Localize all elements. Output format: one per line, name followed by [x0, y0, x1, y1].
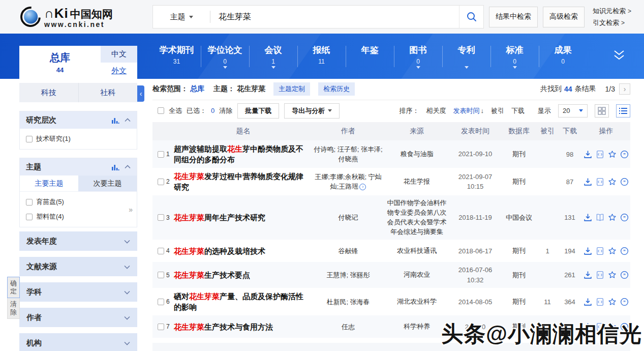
chevron-up-icon[interactable] — [125, 165, 131, 169]
cite-icon[interactable]: ” — [620, 213, 629, 222]
citation-search-link[interactable]: 引文检索> — [593, 18, 631, 27]
html-reader-icon[interactable] — [596, 247, 604, 255]
nav-expand-chevrons-icon[interactable] — [611, 49, 627, 64]
nav-tab-8[interactable]: 成果0 — [539, 42, 587, 71]
html-reader-icon[interactable] — [596, 178, 604, 186]
tab-social-science[interactable]: 社科 — [78, 83, 138, 102]
bar-chart-icon[interactable] — [112, 164, 119, 170]
result-source[interactable]: 粮食与油脂 — [384, 150, 450, 159]
download-icon[interactable] — [584, 298, 592, 306]
sidebar-section-3[interactable]: 作者 — [19, 308, 137, 327]
search-button[interactable] — [459, 6, 483, 28]
row-checkbox[interactable] — [158, 151, 164, 158]
search-history-chip[interactable]: 检索历史 — [318, 82, 355, 96]
sidebar-section-2[interactable]: 学科 — [19, 282, 137, 302]
export-analyze-button[interactable]: 导出与分析 — [284, 103, 340, 119]
scope-value-link[interactable]: 总库 — [190, 84, 204, 94]
nav-tab-3[interactable]: 报纸11 — [297, 42, 346, 71]
html-reader-icon[interactable] — [596, 150, 604, 159]
confirm-button[interactable]: 确定 — [7, 277, 20, 298]
sidebar-section-1[interactable]: 文献来源 — [19, 257, 137, 276]
book-reader-icon[interactable] — [596, 213, 604, 222]
result-title-link[interactable]: 花生芽菜发芽过程中营养物质变化规律研究 — [174, 171, 313, 192]
result-authors[interactable]: 付晓记 — [313, 213, 384, 223]
cite-icon[interactable]: ” — [620, 271, 629, 279]
nav-tab-1[interactable]: 学位论文0 — [201, 42, 249, 71]
favorite-star-icon[interactable] — [608, 271, 617, 279]
html-reader-icon[interactable] — [596, 298, 604, 306]
result-title-link[interactable]: 超声波辅助提取花生芽中酚类物质及不同组分的多酚分布 — [174, 143, 313, 165]
favorite-star-icon[interactable] — [608, 298, 617, 306]
cite-icon[interactable]: ” — [620, 247, 629, 255]
result-authors[interactable]: 付诗鸣; 汪子郁; 张丰泽; 付晓燕 — [313, 144, 384, 164]
result-authors[interactable]: 王慧博; 张丽彤 — [313, 270, 384, 280]
topic-customize-chip[interactable]: 主题定制 — [273, 82, 310, 96]
bar-chart-icon[interactable] — [112, 117, 119, 124]
clear-button[interactable]: 清除 — [7, 298, 20, 319]
result-authors[interactable]: 谷献锋 — [313, 246, 384, 256]
nav-tab-6[interactable]: 专利 — [442, 42, 490, 71]
result-source[interactable]: 农业科技通讯 — [384, 246, 450, 256]
row-checkbox[interactable] — [158, 248, 164, 254]
sidebar-section-0[interactable]: 发表年度 — [19, 231, 137, 251]
expand-authors-icon[interactable] — [359, 184, 366, 190]
download-icon[interactable] — [584, 150, 592, 159]
favorite-star-icon[interactable] — [608, 213, 617, 222]
sort-option-1[interactable]: 发表时间 — [453, 106, 484, 115]
download-icon[interactable] — [584, 178, 592, 186]
chinese-tab[interactable]: 中文 — [101, 46, 137, 63]
result-source[interactable]: 花生学报 — [384, 177, 450, 187]
chevron-up-icon[interactable] — [125, 118, 131, 122]
total-library-tab[interactable]: 总库 44 — [19, 46, 101, 79]
filter-item-plastic-basket[interactable]: 塑料筐(4) — [26, 212, 131, 221]
download-icon[interactable] — [584, 247, 592, 255]
filter-checkbox[interactable] — [26, 199, 33, 206]
result-title-link[interactable]: 硒对花生芽菜产量、品质及保护酶活性的影响 — [174, 291, 313, 312]
grid-view-button[interactable] — [595, 104, 609, 118]
sort-option-0[interactable]: 相关度 — [426, 106, 446, 115]
tab-science-tech[interactable]: 科技 — [19, 83, 78, 102]
favorite-star-icon[interactable] — [608, 247, 617, 255]
next-page-button[interactable] — [619, 83, 630, 95]
clear-selection-button[interactable]: 清除 — [219, 106, 232, 115]
tab-secondary-topic[interactable]: 次要主题 — [78, 175, 137, 191]
filter-checkbox[interactable] — [26, 136, 33, 142]
result-source[interactable]: 河南农业 — [384, 270, 450, 280]
search-field-dropdown[interactable]: 主题 — [153, 12, 210, 22]
result-source[interactable]: 科学种养 — [384, 322, 450, 332]
batch-download-button[interactable]: 批量下载 — [237, 103, 279, 119]
result-source[interactable]: 湖北农业科学 — [384, 297, 450, 307]
result-title-link[interactable]: 花生芽菜生产技术与食用方法 — [174, 321, 313, 332]
result-title-link[interactable]: 花生芽菜周年生产技术研究 — [174, 212, 313, 223]
html-reader-icon[interactable] — [596, 271, 604, 279]
cnki-logo[interactable]: ∩Ki 中国知网 www.cnki.net — [0, 6, 133, 28]
knowledge-element-search-link[interactable]: 知识元检索> — [593, 7, 631, 16]
foreign-tab[interactable]: 外文 — [101, 63, 137, 79]
sort-option-2[interactable]: 被引 — [491, 106, 504, 115]
search-in-results-button[interactable]: 结果中检索 — [489, 7, 538, 27]
nav-tab-5[interactable]: 图书0 — [394, 42, 442, 71]
advanced-search-button[interactable]: 高级检索 — [543, 7, 585, 27]
list-view-button[interactable] — [616, 104, 630, 118]
row-checkbox[interactable] — [158, 214, 164, 221]
nav-tab-0[interactable]: 学术期刊31 — [152, 42, 201, 71]
result-source[interactable]: 中国作物学会油料作物专业委员会第八次会员代表大会暨学术年会综述与摘要集 — [384, 198, 450, 237]
download-icon[interactable] — [584, 271, 592, 279]
section-header[interactable]: 研究层次 — [20, 111, 137, 129]
download-icon[interactable] — [584, 213, 592, 222]
search-input[interactable] — [210, 12, 459, 21]
select-all-checkbox[interactable] — [158, 107, 164, 114]
cite-icon[interactable]: ” — [620, 150, 629, 159]
nav-tab-7[interactable]: 标准0 — [490, 42, 539, 71]
page-size-select[interactable]: 20 — [558, 104, 588, 118]
sidebar-section-4[interactable]: 机构 — [19, 333, 137, 351]
result-cited-count[interactable]: 11 — [537, 298, 558, 306]
result-title-link[interactable]: 花生芽菜的选种及栽培技术 — [174, 246, 313, 256]
result-authors[interactable]: 王娜;李娜;余秋颖; 宁灿灿;王路瑶 — [313, 172, 384, 192]
section-header[interactable]: 主题 — [20, 158, 137, 175]
filter-item-seedling-tray[interactable]: 育苗盘(5) — [26, 197, 131, 207]
result-authors[interactable]: 任志 — [313, 322, 384, 332]
cite-icon[interactable]: ” — [620, 298, 629, 306]
nav-tab-4[interactable]: 年鉴 — [346, 42, 394, 71]
nav-tab-2[interactable]: 会议1 — [249, 42, 297, 71]
